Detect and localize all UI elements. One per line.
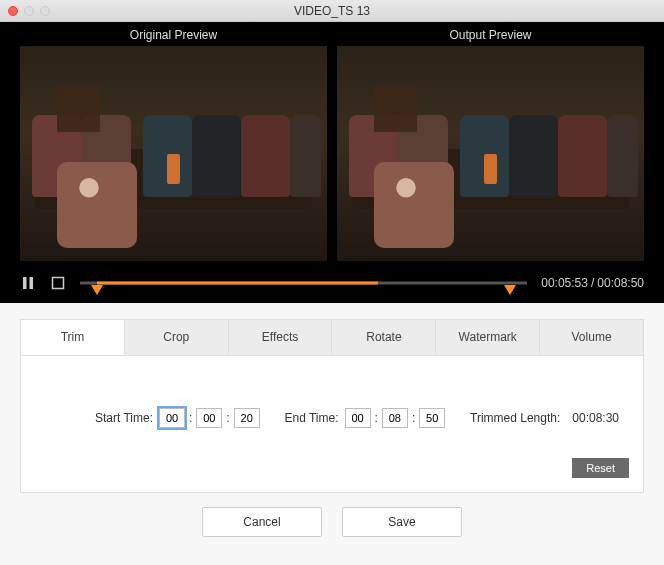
preview-area: Original Preview Output Preview bbox=[0, 22, 664, 303]
playback-timecode: 00:05:53/00:08:50 bbox=[541, 276, 644, 290]
start-ss-input[interactable] bbox=[234, 408, 260, 428]
titlebar: VIDEO_TS 13 bbox=[0, 0, 664, 22]
trimmed-length-value: 00:08:30 bbox=[572, 411, 619, 425]
trim-slider[interactable] bbox=[80, 273, 527, 293]
reset-button[interactable]: Reset bbox=[572, 458, 629, 478]
window-title: VIDEO_TS 13 bbox=[0, 4, 664, 18]
end-mm-input[interactable] bbox=[382, 408, 408, 428]
output-preview-label: Output Preview bbox=[337, 22, 644, 46]
tab-bar: TrimCropEffectsRotateWatermarkVolume bbox=[20, 319, 644, 356]
trim-end-handle[interactable] bbox=[504, 285, 516, 295]
stop-button[interactable] bbox=[50, 275, 66, 291]
start-hh-input[interactable] bbox=[159, 408, 185, 428]
svg-rect-2 bbox=[53, 278, 64, 289]
tab-trim[interactable]: Trim bbox=[21, 320, 125, 355]
start-mm-input[interactable] bbox=[196, 408, 222, 428]
dialog-footer: Cancel Save bbox=[20, 493, 644, 551]
video-frame-output bbox=[337, 46, 644, 261]
end-time-group: End Time: : : bbox=[285, 408, 446, 428]
maximize-window-button[interactable] bbox=[40, 6, 50, 16]
svg-rect-1 bbox=[30, 277, 34, 289]
original-preview-viewport bbox=[20, 46, 327, 261]
editor-panel: TrimCropEffectsRotateWatermarkVolume Sta… bbox=[0, 303, 664, 565]
end-time-label: End Time: bbox=[285, 411, 339, 425]
video-frame-original bbox=[20, 46, 327, 261]
total-time: 00:08:50 bbox=[597, 276, 644, 290]
pause-button[interactable] bbox=[20, 275, 36, 291]
tab-volume[interactable]: Volume bbox=[540, 320, 643, 355]
original-preview-label: Original Preview bbox=[20, 22, 327, 46]
tab-crop[interactable]: Crop bbox=[125, 320, 229, 355]
trim-start-handle[interactable] bbox=[91, 285, 103, 295]
output-preview-viewport bbox=[337, 46, 644, 261]
end-hh-input[interactable] bbox=[345, 408, 371, 428]
start-time-group: Start Time: : : bbox=[95, 408, 260, 428]
end-ss-input[interactable] bbox=[419, 408, 445, 428]
window-controls bbox=[8, 6, 50, 16]
close-window-button[interactable] bbox=[8, 6, 18, 16]
tab-effects[interactable]: Effects bbox=[229, 320, 333, 355]
cancel-button[interactable]: Cancel bbox=[202, 507, 322, 537]
start-time-label: Start Time: bbox=[95, 411, 153, 425]
pause-icon bbox=[20, 275, 36, 291]
svg-rect-0 bbox=[23, 277, 27, 289]
video-editor-window: VIDEO_TS 13 Original Preview Output Prev… bbox=[0, 0, 664, 565]
trim-panel: Start Time: : : End Time: : : bbox=[20, 356, 644, 493]
current-time: 00:05:53 bbox=[541, 276, 588, 290]
tab-watermark[interactable]: Watermark bbox=[436, 320, 540, 355]
stop-icon bbox=[50, 275, 66, 291]
save-button[interactable]: Save bbox=[342, 507, 462, 537]
playback-controls: 00:05:53/00:08:50 bbox=[20, 261, 644, 293]
trimmed-length-group: Trimmed Length: 00:08:30 bbox=[470, 411, 619, 425]
tab-rotate[interactable]: Rotate bbox=[332, 320, 436, 355]
trimmed-length-label: Trimmed Length: bbox=[470, 411, 560, 425]
trim-settings-row: Start Time: : : End Time: : : bbox=[45, 408, 619, 428]
minimize-window-button[interactable] bbox=[24, 6, 34, 16]
